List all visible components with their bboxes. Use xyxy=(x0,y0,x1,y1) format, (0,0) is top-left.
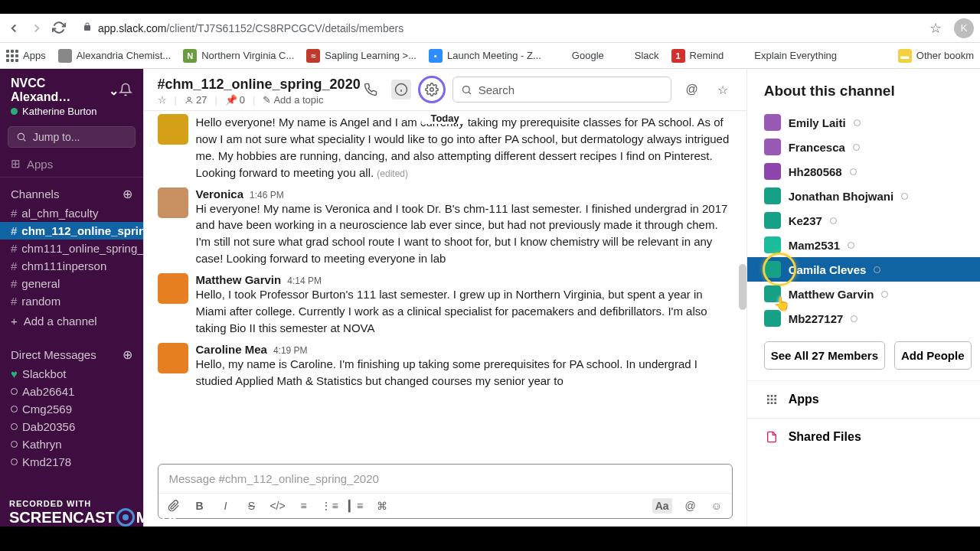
message-author[interactable]: Caroline Mea xyxy=(196,343,267,356)
message[interactable]: Hello everyone! My name is Angel and I a… xyxy=(144,114,746,184)
channel-item[interactable]: #chm111inperson xyxy=(0,257,143,275)
italic-icon[interactable]: I xyxy=(218,498,234,514)
channel-item[interactable]: #al_chm_faculty xyxy=(0,204,143,222)
channel-item[interactable]: #general xyxy=(0,275,143,292)
dm-item[interactable]: Kathryn xyxy=(0,435,143,453)
member-avatar xyxy=(764,187,781,204)
composer-input[interactable]: Message #chm_112_online_spring_2020 xyxy=(158,465,732,493)
channel-details-panel: About this channel Emily LaitiFrancescaH… xyxy=(746,69,980,527)
star-header-icon[interactable]: ☆ xyxy=(713,80,733,99)
screencast-watermark: RECORDED WITH SCREENCASTMATIC xyxy=(9,499,184,527)
bookmark-item[interactable]: Alexandria Chemist... xyxy=(58,49,172,63)
pin-count[interactable]: 📌 0 xyxy=(225,94,245,106)
shared-files-section[interactable]: Shared Files xyxy=(747,418,980,455)
channel-name[interactable]: #chm_112_online_spring_2020 xyxy=(158,77,361,93)
presence-indicator xyxy=(874,266,880,273)
emoji-icon[interactable]: ☺ xyxy=(709,498,724,514)
apps-section[interactable]: Apps xyxy=(747,380,980,418)
mention-icon[interactable]: @ xyxy=(682,80,702,99)
mention-compose-icon[interactable]: @ xyxy=(683,498,698,514)
bell-icon[interactable] xyxy=(119,83,132,99)
info-icon[interactable] xyxy=(391,80,411,99)
profile-avatar[interactable]: K xyxy=(954,18,974,38)
message-list[interactable]: Hello everyone! My name is Angel and I a… xyxy=(144,111,746,464)
see-all-members-button[interactable]: See All 27 Members xyxy=(764,341,885,370)
member-row[interactable]: Francesca xyxy=(747,135,980,159)
apps-section-label: Apps xyxy=(27,158,53,171)
svg-point-6 xyxy=(462,86,469,93)
forward-button[interactable] xyxy=(29,21,44,36)
bullet-list-icon[interactable]: ⋮≡ xyxy=(322,498,338,514)
bookmark-item[interactable]: ▪Launch Meeting - Z... xyxy=(429,49,541,63)
bookmark-label: Launch Meeting - Z... xyxy=(447,50,541,61)
channel-item[interactable]: #chm_112_online_spring_… xyxy=(0,222,143,240)
member-name: Hh280568 xyxy=(789,165,842,178)
member-row[interactable]: Hh280568 xyxy=(747,159,980,184)
message-author[interactable]: Matthew Garvin xyxy=(196,273,282,286)
chevron-down-icon: ⌄ xyxy=(109,83,119,98)
dm-item[interactable]: ♥Slackbot xyxy=(0,365,143,383)
format-toggle-icon[interactable]: Aa xyxy=(652,498,672,514)
channel-item[interactable]: #random xyxy=(0,292,143,310)
browser-toolbar: app.slack.com/client/TJ7S61152/CS8RPCGCV… xyxy=(0,14,980,43)
add-dm-icon[interactable]: ⊕ xyxy=(122,347,132,362)
message-composer[interactable]: Message #chm_112_online_spring_2020 B I … xyxy=(158,464,733,519)
message-avatar[interactable] xyxy=(158,343,188,373)
message-time: 1:46 PM xyxy=(250,190,284,201)
message[interactable]: Veronica1:46 PM Hi everyone! My name is … xyxy=(144,184,746,271)
numbered-list-icon[interactable]: ≡ xyxy=(296,498,312,514)
bold-icon[interactable]: B xyxy=(192,498,207,514)
member-row[interactable]: Emily Laiti xyxy=(747,110,980,135)
address-bar[interactable]: app.slack.com/client/TJ7S61152/CS8RPCGCV… xyxy=(75,18,922,39)
member-row[interactable]: Ke237 xyxy=(747,208,980,233)
code-block-icon[interactable]: ⌘ xyxy=(374,498,390,514)
strike-icon[interactable]: S xyxy=(244,498,260,514)
message[interactable]: Matthew Garvin4:14 PM Hello, I took Prof… xyxy=(144,270,746,340)
add-people-button[interactable]: Add People xyxy=(894,341,972,370)
phone-icon[interactable] xyxy=(361,80,381,99)
bookmark-item[interactable]: ⁜Slack xyxy=(616,49,659,63)
message-avatar[interactable] xyxy=(158,273,188,304)
message-author[interactable]: Veronica xyxy=(196,187,244,201)
bookmark-item[interactable]: NNorthern Virginia C... xyxy=(183,49,294,63)
add-channel-link[interactable]: +Add a channel xyxy=(0,310,143,332)
workspace-header[interactable]: NVCC Alexand… ⌄ Katherine Burton xyxy=(0,69,143,123)
bookmark-star-icon[interactable]: ☆ xyxy=(929,20,942,37)
member-row[interactable]: 👆Matthew Garvin xyxy=(747,282,980,306)
presence-indicator xyxy=(11,458,18,465)
bookmark-item[interactable]: eExplain Everything xyxy=(736,49,837,63)
member-row[interactable]: Jonathan Bhojwani xyxy=(747,184,980,208)
dm-item[interactable]: Cmg2569 xyxy=(0,400,143,418)
apps-shortcut[interactable]: Apps xyxy=(6,50,46,62)
message-avatar[interactable] xyxy=(158,114,188,145)
bookmark-item[interactable]: ≈Sapling Learning >... xyxy=(306,49,416,63)
quote-icon[interactable]: ▎≡ xyxy=(348,498,364,514)
add-channel-icon[interactable]: ⊕ xyxy=(122,187,132,201)
other-bookmarks[interactable]: ▬ Other bookm xyxy=(898,49,974,63)
member-row[interactable]: Mam2531 xyxy=(747,233,980,257)
dm-item[interactable]: Kmd2178 xyxy=(0,453,143,471)
scrollbar-thumb[interactable] xyxy=(739,264,746,310)
jump-to-input[interactable]: Jump to... xyxy=(8,126,136,148)
message-avatar[interactable] xyxy=(158,187,188,218)
member-row[interactable]: Mb227127 xyxy=(747,306,980,331)
channel-item[interactable]: #chm111_online_spring_2… xyxy=(0,240,143,257)
sidebar-apps[interactable]: ⊞ Apps xyxy=(0,154,143,174)
folder-icon: ▬ xyxy=(898,49,912,63)
star-channel[interactable]: ☆ xyxy=(158,94,167,106)
search-input[interactable]: Search xyxy=(452,77,671,103)
gear-icon[interactable] xyxy=(422,80,442,99)
dm-item[interactable]: Aab26641 xyxy=(0,383,143,400)
bookmark-item[interactable]: 1Remind xyxy=(671,49,724,63)
add-topic[interactable]: ✎ Add a topic xyxy=(263,94,323,106)
back-button[interactable] xyxy=(6,21,21,36)
dm-item[interactable]: Dab20356 xyxy=(0,418,143,435)
channels-header[interactable]: Channels ⊕ xyxy=(0,181,143,204)
bookmark-item[interactable]: GGoogle xyxy=(554,49,604,63)
member-count[interactable]: 27 xyxy=(185,94,207,106)
code-icon[interactable]: </> xyxy=(270,498,286,514)
member-row[interactable]: Camila Cleves xyxy=(747,257,980,282)
reload-button[interactable] xyxy=(52,21,67,36)
message[interactable]: Caroline Mea4:19 PM Hello, my name is Ca… xyxy=(144,340,746,393)
dms-header[interactable]: Direct Messages ⊕ xyxy=(0,341,143,365)
